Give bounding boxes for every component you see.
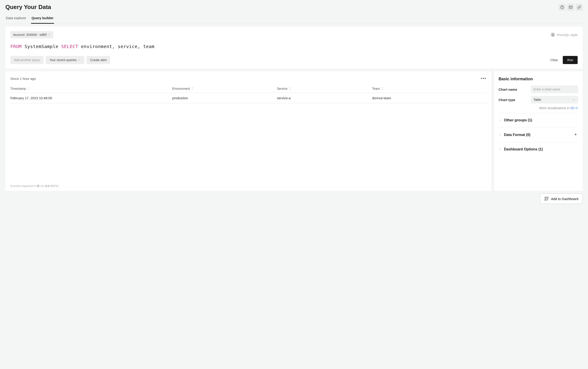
results-table: Timestamp Environment (10, 85, 486, 103)
header-actions (559, 4, 583, 10)
chart-name-label: Chart name (499, 88, 517, 91)
column-label: Team (372, 87, 380, 91)
svg-rect-6 (547, 197, 548, 198)
svg-rect-4 (545, 197, 546, 198)
column-label: Service (277, 87, 287, 91)
cell-team: donnut-team (372, 93, 486, 103)
run-button[interactable]: Run (563, 56, 578, 64)
accordion-title: Data Format (0) (504, 133, 530, 137)
accordion-data-format[interactable]: Data Format (0) (499, 127, 578, 142)
basic-info-title: Basic information (499, 77, 578, 82)
accordion-title: Other groups (1) (504, 118, 532, 122)
chevron-down-icon (573, 98, 575, 101)
footer-text: ms ( (39, 184, 46, 188)
sort-icon (289, 87, 291, 90)
add-query-button[interactable]: Add another query (10, 56, 43, 64)
mail-icon[interactable] (567, 4, 574, 10)
tab-data-explorer[interactable]: Data explorer (5, 14, 27, 24)
plus-icon[interactable] (574, 133, 578, 137)
column-header-environment[interactable]: Environment (172, 85, 277, 93)
recent-queries-button[interactable]: Your recent queries (46, 56, 84, 64)
account-label: Account: 204549 - willhf (13, 33, 47, 37)
tabs: Data explorer Query builder (5, 14, 583, 24)
accordion-dashboard-options[interactable]: Dashboard Options (1) (499, 142, 578, 156)
chevron-down-icon (48, 33, 51, 36)
more-viz-text: More visualizations in I/O (499, 106, 578, 110)
link-icon[interactable] (576, 4, 583, 10)
chart-type-value: Table (533, 98, 541, 102)
column-label: Timestamp (10, 87, 26, 91)
chevron-right-icon (499, 148, 502, 151)
avatar-icon (551, 32, 555, 37)
more-viz-label: More visualizations in (539, 106, 570, 110)
chart-name-input[interactable] (531, 85, 578, 93)
results-footer: 1 events inspected in 35 ms (0.0 MEPS) (10, 184, 486, 188)
add-to-dashboard-label: Add to Dashboard (551, 197, 578, 201)
accordion-title: Dashboard Options (1) (504, 147, 543, 151)
cell-timestamp: February 17, 2023 10:48:00 (10, 93, 172, 103)
style-badge: PromQL-style (551, 32, 578, 37)
accordion-other-groups[interactable]: Other groups (1) (499, 113, 578, 127)
table-row[interactable]: February 17, 2023 10:48:00 production se… (10, 93, 486, 103)
footer-ms: 35 (37, 184, 39, 188)
since-label: Since 1 hour ago (10, 77, 36, 81)
chevron-down-icon (78, 59, 81, 61)
chart-type-select[interactable]: Table (531, 96, 578, 103)
cell-environment: production (172, 93, 277, 103)
dashboard-plus-icon (544, 196, 549, 201)
page-title: Query Your Data (5, 4, 51, 10)
account-selector[interactable]: Account: 204549 - willhf (10, 31, 53, 38)
sort-icon (191, 87, 194, 90)
recent-queries-label: Your recent queries (49, 58, 77, 62)
footer-text: events inspected in (12, 184, 37, 188)
keyword-from: FROM (10, 44, 22, 49)
svg-point-3 (552, 34, 553, 35)
help-icon[interactable] (559, 4, 566, 10)
cell-service: service-a (277, 93, 372, 103)
query-string[interactable]: FROM SystemSample SELECT environment, se… (10, 43, 578, 50)
footer-text: MEPS) (49, 184, 59, 188)
style-label: PromQL-style (557, 33, 578, 37)
keyword-select: SELECT (61, 44, 78, 49)
footer-meps: 0.0 (46, 184, 49, 188)
sort-icon (27, 87, 29, 90)
column-header-service[interactable]: Service (277, 85, 372, 93)
external-link-icon (575, 107, 578, 109)
chevron-right-icon (499, 119, 502, 122)
io-link[interactable]: I/O (570, 106, 578, 110)
column-header-timestamp[interactable]: Timestamp (10, 85, 172, 93)
clear-button[interactable]: Clear (547, 56, 561, 64)
column-label: Environment (172, 87, 190, 91)
create-alert-button[interactable]: Create alert (87, 56, 110, 64)
footer-events-count: 1 (10, 184, 12, 188)
sort-icon (381, 87, 383, 90)
svg-point-1 (562, 8, 562, 8)
query-table: SystemSample (25, 44, 59, 49)
tab-query-builder[interactable]: Query builder (31, 14, 54, 24)
chart-type-label: Chart type (499, 98, 515, 102)
io-link-label: I/O (570, 106, 575, 110)
more-icon[interactable]: ••• (481, 76, 486, 81)
column-header-team[interactable]: Team (372, 85, 486, 93)
svg-rect-5 (545, 199, 546, 201)
chevron-right-icon (499, 133, 502, 136)
add-to-dashboard-button[interactable]: Add to Dashboard (540, 194, 583, 204)
query-fields: environment, service, team (81, 44, 155, 49)
